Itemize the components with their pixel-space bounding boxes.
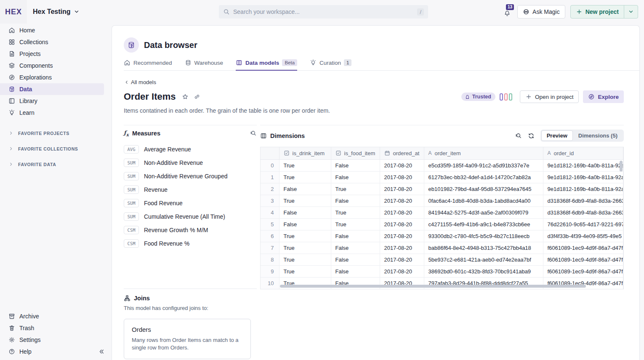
table-row[interactable]: 8TrueFalse2017-08-205be937c2-e681-421a-a…: [261, 254, 623, 265]
tab-warehouse[interactable]: Warehouse: [185, 59, 224, 71]
sidebar-item-help[interactable]: Help: [0, 346, 112, 357]
new-project-button[interactable]: New project: [570, 5, 638, 19]
model-header: Order Items Trusted Open in project Expl…: [124, 90, 624, 103]
open-in-project-button[interactable]: Open in project: [520, 90, 579, 103]
column-header-is-food-item[interactable]: is_food_item: [331, 147, 380, 159]
measure-item-revenue-growth-m-m[interactable]: CSM Revenue Growth % M/M: [124, 223, 257, 237]
workspace-searchbar[interactable]: /: [219, 5, 428, 19]
measure-item-cumulative-revenue-all-time[interactable]: SUM Cumulative Revenue (All Time): [124, 210, 257, 223]
sidebar-item-library[interactable]: Library: [0, 95, 112, 107]
sidebar-item-components[interactable]: Components: [0, 60, 112, 71]
sidebar-item-home[interactable]: Home: [0, 24, 112, 36]
sidebar-item-data[interactable]: Data: [0, 83, 104, 95]
sidebar-group-favorite-data[interactable]: FAVORITE DATA: [0, 156, 112, 172]
sidebar: Home Collections Projects Components Exp…: [0, 24, 112, 360]
table-row[interactable]: 9TrueFalse2017-08-2038692bd0-601c-432b-8…: [261, 265, 623, 277]
sidebar-favorites: FAVORITE PROJECTS FAVORITE COLLECTIONS F…: [0, 125, 112, 172]
measure-item-average-revenue[interactable]: AVG Average Revenue: [124, 143, 257, 156]
sidebar-item-label: Data: [19, 86, 32, 93]
favorite-group-label: FAVORITE COLLECTIONS: [18, 146, 78, 151]
table-cell: c4271155-4ef9-41b6-a9c1-b4e8733cb6ee: [424, 218, 543, 230]
table-row[interactable]: 0TrueFalse2017-08-20e5cd35f9-185f-4a09-9…: [261, 159, 623, 171]
sidebar-item-learn[interactable]: Learn: [0, 107, 112, 119]
table-cell: True: [279, 254, 331, 265]
sidebar-item-archive[interactable]: Archive: [0, 310, 112, 322]
sidebar-nav: Home Collections Projects Components Exp…: [0, 24, 112, 119]
browser-tabs: Recommended Warehouse Data modelsBeta Cu…: [124, 59, 639, 71]
back-to-all-models-link[interactable]: All models: [124, 79, 624, 85]
tab-recommended[interactable]: Recommended: [124, 59, 172, 71]
new-project-dropdown[interactable]: [624, 5, 638, 18]
table-row[interactable]: 7TrueFalse2017-08-20bab86f64-8e42-4948-b…: [261, 242, 623, 254]
sidebar-item-explorations[interactable]: Explorations: [0, 71, 112, 83]
measure-item-revenue[interactable]: SUM Revenue: [124, 183, 257, 196]
column-header-is-drink-item[interactable]: is_drink_item: [279, 147, 331, 159]
tab-data-models[interactable]: Data modelsBeta: [236, 59, 297, 71]
components-icon: [8, 62, 15, 69]
preview-toggle: Preview Dimensions (5): [540, 130, 624, 142]
sidebar-item-settings[interactable]: Settings: [0, 334, 112, 346]
ask-magic-button[interactable]: Ask Magic: [517, 5, 565, 19]
sidebar-group-favorite-projects[interactable]: FAVORITE PROJECTS: [0, 125, 112, 141]
topbar-actions: 13 Ask Magic New project: [502, 0, 638, 24]
table-row[interactable]: 3TrueFalse2017-08-200fac6ac4-1db8-40d8-b…: [261, 195, 623, 206]
search-input[interactable]: [233, 8, 414, 15]
joins-icon: [124, 295, 130, 302]
table-cell: f6061089-1ec9-4d9f-86a7-d47f: [543, 242, 623, 254]
vertical-scrollbar[interactable]: [620, 161, 623, 172]
chevron-down-icon: [628, 8, 634, 15]
explorations-icon: [8, 74, 15, 81]
collapse-sidebar-icon[interactable]: [98, 348, 105, 355]
preview-tab[interactable]: Preview: [541, 130, 573, 141]
measures-search-icon[interactable]: [250, 130, 257, 137]
sidebar-item-trash[interactable]: Trash: [0, 322, 112, 334]
column-header-order-item[interactable]: Aorder_item: [424, 147, 543, 159]
measure-item-non-additive-revenue-grouped[interactable]: SUM Non-Additive Revenue Grouped: [124, 169, 257, 183]
explore-button[interactable]: Explore: [583, 90, 624, 103]
measure-item-food-revenue[interactable]: SUM Food Revenue: [124, 196, 257, 210]
quality-bars-icon[interactable]: [500, 93, 512, 101]
measure-type-badge: SUM: [124, 172, 139, 180]
column-header-index: [261, 147, 279, 159]
table-row[interactable]: 6TrueFalse2017-08-2093300db2-c780-4fc5-b…: [261, 230, 623, 242]
join-card-title: Orders: [132, 326, 243, 333]
table-row[interactable]: 4FalseTrue2017-08-20841944a2-5275-4d3f-a…: [261, 206, 623, 218]
table-search-icon[interactable]: [515, 132, 522, 139]
tab-badge: 1: [344, 59, 351, 66]
horizontal-scrollbar[interactable]: [280, 285, 586, 288]
measure-item-non-additive-revenue[interactable]: SUM Non-Additive Revenue: [124, 156, 257, 169]
table-cell: e5cd35f9-185f-4a09-91c2-a5d91b337e7e: [424, 159, 543, 171]
measure-item-food-revenue[interactable]: CSM Food Revenue %: [124, 237, 257, 250]
workspace-switcher[interactable]: Hex Testing: [33, 8, 80, 16]
dimensions-tab[interactable]: Dimensions (5): [573, 130, 623, 141]
model-description: Items contatined in each order. The grai…: [124, 107, 624, 114]
type-string-icon: A: [428, 150, 432, 156]
column-header-order-id[interactable]: Aorder_id: [543, 147, 623, 159]
star-icon[interactable]: [182, 93, 189, 100]
table-row[interactable]: 2FalseTrue2017-08-20eb101982-79bd-4aaf-9…: [261, 183, 623, 195]
favorite-group-label: FAVORITE DATA: [18, 162, 56, 167]
tab-curation[interactable]: Curation1: [310, 59, 351, 71]
row-index: 6: [261, 230, 279, 242]
sidebar-item-collections[interactable]: Collections: [0, 36, 112, 48]
join-card-orders[interactable]: Orders Many rows from Order Items can ma…: [124, 319, 251, 360]
sidebar-group-favorite-collections[interactable]: FAVORITE COLLECTIONS: [0, 141, 112, 156]
sidebar-item-projects[interactable]: Projects: [0, 48, 112, 60]
hex-logo[interactable]: HEX: [0, 0, 27, 24]
link-icon[interactable]: [194, 93, 200, 100]
notifications-button[interactable]: 13: [502, 7, 512, 17]
sidebar-footer: Archive Trash Settings Help: [0, 310, 112, 357]
row-index: 5: [261, 218, 279, 230]
table-cell: 5be937c2-e681-421a-aeb0-ed74e2eaa7bf: [424, 254, 543, 265]
warehouse-icon: [185, 59, 192, 66]
table-row[interactable]: 1TrueFalse2017-08-206127b3ec-bb32-4def-a…: [261, 171, 623, 183]
refresh-icon[interactable]: [528, 132, 535, 139]
magic-icon: [523, 8, 530, 15]
table-row[interactable]: 5FalseTrue2017-08-20c4271155-4ef9-41b6-a…: [261, 218, 623, 230]
sidebar-item-label: Learn: [19, 109, 35, 116]
table-cell: True: [279, 242, 331, 254]
topbar: HEX Hex Testing / 13 Ask Magic New proje…: [0, 0, 644, 24]
column-header-ordered-at[interactable]: ordered_at: [380, 147, 424, 159]
table-cell: 2017-08-20: [380, 183, 424, 195]
measure-type-badge: AVG: [124, 145, 139, 154]
